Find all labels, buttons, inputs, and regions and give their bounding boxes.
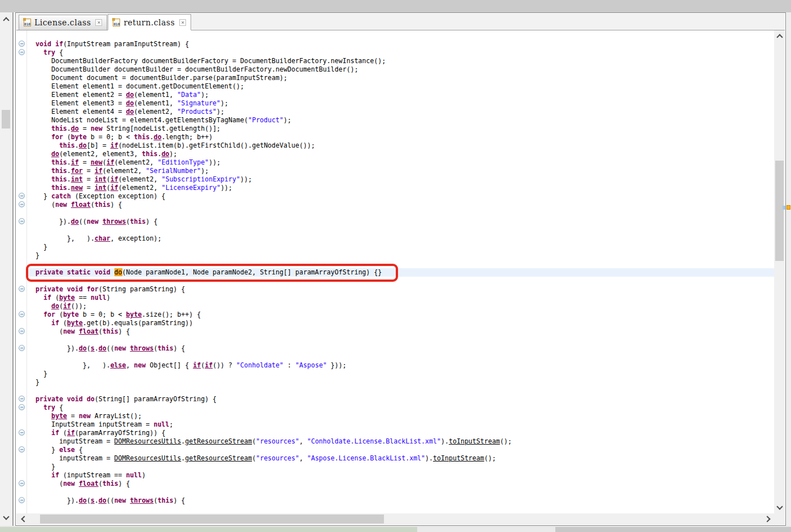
code-line[interactable]: } [28,243,775,251]
ruler-row [16,141,26,150]
code-line[interactable] [28,505,775,513]
code-token: ) { [173,344,185,352]
code-line[interactable]: } [28,378,775,387]
code-line[interactable]: inputStream = DOMResourcesUtils.getResou… [28,437,775,446]
scroll-down-arrow-icon[interactable] [3,513,9,520]
code-line[interactable] [28,336,775,344]
tab-close-icon[interactable]: × [179,19,186,26]
fold-collapse-icon[interactable]: − [19,396,25,402]
code-line[interactable]: this.do[b] = if(nodeList.item(b).getFirs… [28,141,775,150]
code-token: float [79,480,99,487]
code-line[interactable]: this.do = new String[nodeList.getLength(… [28,125,775,133]
code-line[interactable]: if (byte == null) [28,294,775,302]
code-line[interactable]: InputStream inputStream = null; [28,420,775,429]
code-line[interactable]: Element element1 = document.getDocumentE… [28,82,775,91]
code-line[interactable]: }, ).else, new Object[] { if(if()) ? "Co… [28,361,775,370]
fold-ruler[interactable]: −−−−−−−−−−−−−−− [16,30,27,513]
fold-collapse-icon[interactable]: − [19,193,25,199]
code-line[interactable]: this.if = new(if(element2, "EditionType"… [28,158,775,167]
overview-ruler[interactable] [786,12,791,526]
code-line[interactable] [28,209,775,218]
code-line[interactable] [28,277,775,285]
code-line[interactable]: Element element4 = do(element2, "Product… [28,108,775,116]
code-line[interactable]: }).do(s.do((new throws(this) { [28,496,775,505]
fold-collapse-icon[interactable]: − [19,404,25,410]
code-line[interactable]: this.new = int(if(element2, "LicenseExpi… [28,184,775,192]
fold-collapse-icon[interactable]: − [19,311,25,317]
code-line[interactable]: if (if(paramArrayOfString)) { [28,429,775,437]
editor-vertical-scrollbar[interactable] [774,30,785,513]
code-line[interactable]: } [28,463,775,471]
code-line[interactable]: if (inputStream == null) [28,471,775,480]
overview-marker-blue[interactable] [783,206,785,210]
code-line[interactable]: }).do((new throws(this) { [28,218,775,226]
fold-collapse-icon[interactable]: − [19,286,25,292]
code-line[interactable]: (new float(this) { [28,480,775,488]
fold-collapse-icon[interactable]: − [19,41,25,47]
code-line[interactable]: if (byte.get(b).equals(paramString)) [28,319,775,327]
code-line[interactable]: Element element2 = do(element1, "Data"); [28,91,775,99]
tab-close-icon[interactable]: × [95,19,102,26]
overview-marker-occurrence[interactable] [786,205,790,210]
scroll-left-arrow-icon[interactable] [21,516,27,522]
scroll-up-arrow-icon[interactable] [3,17,9,23]
code-line[interactable]: do(element2, element3, this.do); [28,150,775,158]
code-line[interactable]: }).do(s.do((new throws(this) { [28,344,775,353]
code-line[interactable]: this.int = int(if(element2, "Subscriptio… [28,175,775,184]
code-line[interactable]: private void do(String[] paramArrayOfStr… [28,395,775,404]
code-token: )); [209,158,220,166]
code-line[interactable]: for (byte b = 0; b < this.do.length; b++… [28,133,775,141]
code-line[interactable] [28,260,775,268]
code-line[interactable]: do(if()); [28,302,775,311]
vertical-scrollbar-thumb[interactable] [775,161,784,261]
code-line[interactable]: private void for(String paramString) { [28,285,775,294]
code-line[interactable] [28,387,775,395]
tab-license-class[interactable]: 010License.class× [19,15,107,30]
tab-return-class[interactable]: 010return.class× [108,14,191,30]
code-content[interactable]: void if(InputStream paramInputStream) { … [28,30,775,513]
fold-collapse-icon[interactable]: − [19,49,25,55]
code-line[interactable]: DocumentBuilderFactory documentBuilderFa… [28,57,775,65]
fold-collapse-icon[interactable]: − [19,345,25,351]
ruler-row [16,260,26,268]
code-line[interactable]: Element element3 = do(element1, "Signatu… [28,99,775,108]
outer-scrollbar-thumb[interactable] [2,110,10,128]
fold-collapse-icon[interactable]: − [19,218,25,224]
code-line[interactable] [28,226,775,234]
code-line[interactable]: } [28,370,775,378]
editor-horizontal-scrollbar[interactable] [16,513,775,525]
code-line[interactable]: }, ).char, exception); [28,234,775,243]
code-token: ); [201,91,209,99]
fold-collapse-icon[interactable]: − [19,328,25,334]
code-line[interactable]: DocumentBuilder documentBuilder = docume… [28,65,775,74]
code-line[interactable] [28,488,775,496]
scroll-right-arrow-icon[interactable] [764,516,770,522]
fold-collapse-icon[interactable]: − [19,201,25,207]
code-line-highlighted-method[interactable]: private static void do(Node paramNode1, … [28,268,775,277]
horizontal-scrollbar-thumb[interactable] [40,515,384,524]
code-line[interactable]: void if(InputStream paramInputStream) { [28,40,775,48]
code-line[interactable] [28,353,775,361]
code-line[interactable]: Document document = documentBuilder.pars… [28,74,775,82]
fold-collapse-icon[interactable]: − [19,446,25,453]
code-line[interactable]: this.for = if(element2, "SerialNumber"); [28,167,775,175]
class-file-icon: 010 [113,19,120,26]
code-line[interactable]: } [28,251,775,260]
code-line[interactable]: try { [28,404,775,412]
code-line[interactable]: try { [28,48,775,57]
scroll-down-arrow-icon[interactable] [776,503,783,509]
fold-collapse-icon[interactable]: − [19,497,25,503]
fold-collapse-icon[interactable]: − [19,480,25,486]
code-line[interactable]: byte = new ArrayList(); [28,412,775,420]
code-line[interactable]: (new float(this) { [28,327,775,336]
scroll-up-arrow-icon[interactable] [776,34,783,40]
code-line[interactable]: (new float(this) { [28,201,775,209]
outer-vertical-scrollbar[interactable] [0,12,14,526]
code-line[interactable]: inputStream = DOMResourcesUtils.getResou… [28,454,775,463]
code-token: . [95,344,99,352]
fold-collapse-icon[interactable]: − [19,429,25,436]
code-line[interactable]: } catch (Exception exception) { [28,192,775,201]
code-line[interactable]: for (byte b = 0; b < byte.size(); b++) { [28,311,775,319]
code-line[interactable]: } else { [28,446,775,454]
code-line[interactable]: NodeList nodeList = element4.getElements… [28,116,775,125]
